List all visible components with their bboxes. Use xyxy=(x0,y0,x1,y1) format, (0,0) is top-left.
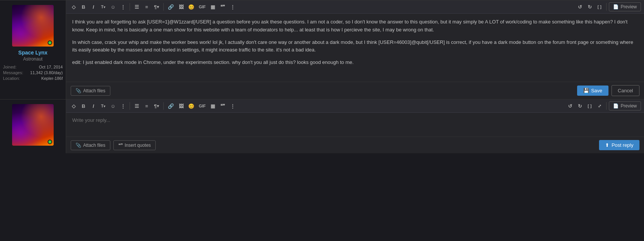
online-indicator xyxy=(48,40,52,45)
reply-eraser-button[interactable]: ◇ xyxy=(69,101,78,111)
reply-quote-button[interactable]: ❝❞ xyxy=(218,101,227,111)
list-button[interactable]: ☰ xyxy=(132,2,141,12)
user-sidebar-edit: Space Lynx Astronaut Joined: Oct 17, 201… xyxy=(0,0,66,99)
emoji-button[interactable]: 😊 xyxy=(186,2,196,12)
user-title: Astronaut xyxy=(23,56,42,62)
reply-link-button[interactable]: 🔗 xyxy=(166,101,176,111)
reply-separator-3 xyxy=(606,102,607,110)
reply-bold-button[interactable]: B xyxy=(79,101,88,111)
reply-separator-1 xyxy=(130,102,130,110)
user-sidebar-reply xyxy=(0,100,66,153)
edit-toolbar: ◇ B I T▾ ☺ ⋮ ☰ ≡ ¶▾ 🔗 🖼 😊 GIF ▦ ❝❞ ⋮ xyxy=(66,0,644,14)
reply-toolbar-right: ↺ ↻ [ ] ⤢ xyxy=(565,101,604,111)
attach-files-button-reply[interactable]: 📎 Attach files xyxy=(71,140,110,150)
save-label: Save xyxy=(591,88,602,93)
reply-italic-button[interactable]: I xyxy=(89,101,98,111)
separator-1 xyxy=(130,3,130,11)
post-reply-button[interactable]: ⬆ Post reply xyxy=(599,140,639,150)
location-value: Kepler-186f xyxy=(41,76,63,81)
attach-label-reply: Attach files xyxy=(83,143,105,148)
content-paragraph-2: In which case, crack your whip and make … xyxy=(72,39,638,54)
bold-button[interactable]: B xyxy=(79,2,88,12)
reply-bottom-bar: 📎 Attach files ❝❞ Insert quotes ⬆ Post r… xyxy=(66,137,644,153)
insert-quotes-label: Insert quotes xyxy=(125,143,151,148)
save-icon: 💾 xyxy=(583,88,589,93)
online-indicator-reply xyxy=(48,140,52,144)
reply-preview-icon: 📄 xyxy=(613,103,619,109)
messages-row: Messages: 11,342 (3.80/day) xyxy=(3,70,63,75)
reply-more-button-1[interactable]: ⋮ xyxy=(118,101,127,111)
edit-content-area[interactable]: I think you are all forgetting to ask [U… xyxy=(66,14,644,82)
align-button[interactable]: ≡ xyxy=(142,2,151,12)
post-reply-label: Post reply xyxy=(611,142,633,148)
location-row: Location: Kepler-186f xyxy=(3,76,63,81)
more-button-1[interactable]: ⋮ xyxy=(118,2,127,12)
messages-value: 11,342 (3.80/day) xyxy=(30,70,63,75)
reply-redo-button[interactable]: ↻ xyxy=(575,101,584,111)
more-button-2[interactable]: ⋮ xyxy=(228,2,237,12)
reply-image-button[interactable]: 🖼 xyxy=(176,101,186,111)
text-size-button[interactable]: T▾ xyxy=(99,2,108,12)
reply-smiley-button[interactable]: ☺ xyxy=(108,101,118,111)
reply-textarea[interactable] xyxy=(66,113,644,137)
quote-icon-reply: ❝❞ xyxy=(118,143,123,148)
smiley-button[interactable]: ☺ xyxy=(108,2,118,12)
reply-gif-button[interactable]: GIF xyxy=(197,101,207,111)
reply-editor-area: ◇ B I T▾ ☺ ⋮ ☰ ≡ ¶▾ 🔗 🖼 😊 GIF ▦ ❝❞ ⋮ xyxy=(66,100,644,153)
link-button[interactable]: 🔗 xyxy=(166,2,176,12)
avatar-wrap xyxy=(12,5,54,47)
joined-value: Oct 17, 2014 xyxy=(39,65,63,69)
messages-label: Messages: xyxy=(3,70,23,75)
reply-list-button[interactable]: ☰ xyxy=(132,101,141,111)
media-button[interactable]: ▦ xyxy=(208,2,217,12)
user-meta: Joined: Oct 17, 2014 Messages: 11,342 (3… xyxy=(3,65,63,82)
reply-emoji-button[interactable]: 😊 xyxy=(186,101,196,111)
reply-expand-button[interactable]: [ ] xyxy=(585,101,594,111)
image-button[interactable]: 🖼 xyxy=(176,2,186,12)
joined-row: Joined: Oct 17, 2014 xyxy=(3,65,63,69)
attach-label-edit: Attach files xyxy=(83,88,105,93)
gif-button[interactable]: GIF xyxy=(197,2,207,12)
avatar xyxy=(12,5,54,47)
edit-bottom-bar: 📎 Attach files 💾 Save Cancel xyxy=(66,82,644,99)
reply-text-size-button[interactable]: T▾ xyxy=(99,101,108,111)
reply-paragraph-button[interactable]: ¶▾ xyxy=(152,101,161,111)
edit-editor-area: ◇ B I T▾ ☺ ⋮ ☰ ≡ ¶▾ 🔗 🖼 😊 GIF ▦ ❝❞ ⋮ xyxy=(66,0,644,99)
toolbar-right: ↺ ↻ [ ] xyxy=(575,2,604,12)
username[interactable]: Space Lynx xyxy=(18,50,47,56)
page-wrapper: Space Lynx Astronaut Joined: Oct 17, 201… xyxy=(0,0,644,153)
cancel-button[interactable]: Cancel xyxy=(611,85,639,96)
preview-label: Preview xyxy=(621,4,637,9)
quote-button[interactable]: ❝❞ xyxy=(218,2,227,12)
preview-icon: 📄 xyxy=(613,4,619,9)
reply-expand2-button[interactable]: ⤢ xyxy=(595,101,604,111)
redo-button[interactable]: ↻ xyxy=(585,2,594,12)
location-label: Location: xyxy=(3,76,20,81)
cancel-label: Cancel xyxy=(618,88,633,93)
content-paragraph-3: edit: I just enabled dark mode in Chrome… xyxy=(72,59,638,67)
joined-label: Joined: xyxy=(3,65,16,69)
reply-media-button[interactable]: ▦ xyxy=(208,101,217,111)
reply-align-button[interactable]: ≡ xyxy=(142,101,151,111)
expand-button[interactable]: [ ] xyxy=(595,2,604,12)
avatar-wrap-reply xyxy=(12,104,54,146)
reply-undo-button[interactable]: ↺ xyxy=(565,101,574,111)
undo-button[interactable]: ↺ xyxy=(575,2,584,12)
preview-button-edit[interactable]: 📄 Preview xyxy=(609,2,641,11)
preview-button-reply[interactable]: 📄 Preview xyxy=(609,101,641,110)
reply-toolbar: ◇ B I T▾ ☺ ⋮ ☰ ≡ ¶▾ 🔗 🖼 😊 GIF ▦ ❝❞ ⋮ xyxy=(66,100,644,113)
insert-quotes-button[interactable]: ❝❞ Insert quotes xyxy=(113,140,156,150)
avatar-reply xyxy=(12,104,54,146)
reply-more-button-2[interactable]: ⋮ xyxy=(228,101,237,111)
attach-files-button-edit[interactable]: 📎 Attach files xyxy=(71,86,110,96)
edit-post-block: Space Lynx Astronaut Joined: Oct 17, 201… xyxy=(0,0,644,99)
reply-post-block: ◇ B I T▾ ☺ ⋮ ☰ ≡ ¶▾ 🔗 🖼 😊 GIF ▦ ❝❞ ⋮ xyxy=(0,99,644,153)
italic-button[interactable]: I xyxy=(89,2,98,12)
upload-icon: ⬆ xyxy=(605,142,609,148)
eraser-button[interactable]: ◇ xyxy=(69,2,78,12)
paragraph-button[interactable]: ¶▾ xyxy=(152,2,161,12)
save-button[interactable]: 💾 Save xyxy=(577,86,608,96)
content-paragraph-1: I think you are all forgetting to ask [U… xyxy=(72,18,638,34)
separator-2 xyxy=(163,3,164,11)
reply-separator-2 xyxy=(163,102,164,110)
